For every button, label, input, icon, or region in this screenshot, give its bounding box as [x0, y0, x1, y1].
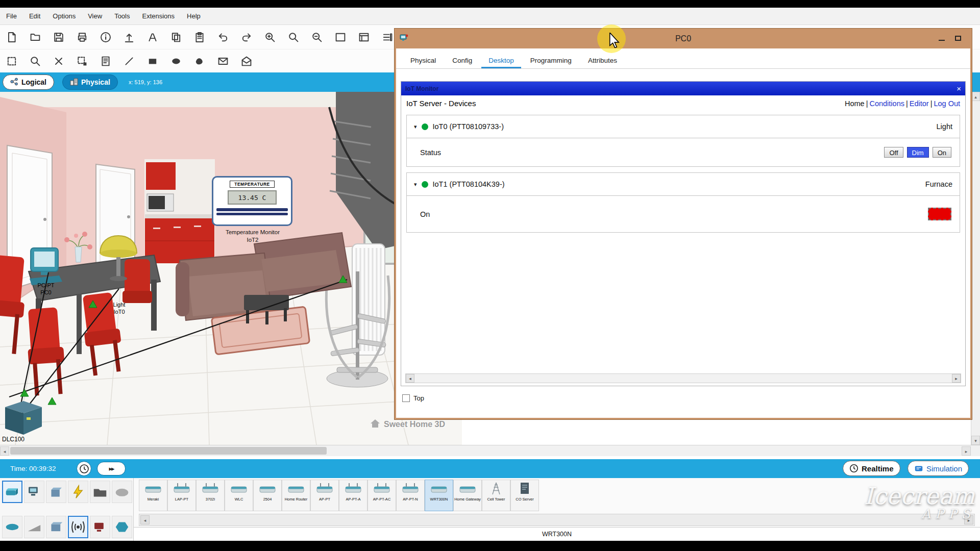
scroll-right-icon[interactable]: ▸ [964, 515, 973, 524]
inspect-tool-icon[interactable] [28, 53, 42, 70]
category-connections-icon[interactable] [68, 481, 88, 503]
scroll-left-icon[interactable]: ◂ [0, 446, 9, 456]
nav-home[interactable]: Home [845, 99, 865, 108]
device-co-server[interactable]: CO Server [510, 480, 539, 511]
device-home-gateway[interactable]: Home Gateway [453, 480, 482, 511]
menu-view[interactable]: View [82, 8, 108, 24]
category-hubs-icon[interactable] [2, 516, 22, 538]
scroll-left-icon[interactable]: ◂ [140, 515, 150, 524]
simulation-mode-button[interactable]: Simulation [908, 461, 969, 476]
scroll-up-icon[interactable]: ▴ [971, 92, 980, 101]
fast-forward-button[interactable]: ▸▸ [97, 462, 126, 475]
select-tool-icon[interactable] [4, 53, 19, 70]
delete-tool-icon[interactable] [51, 53, 66, 70]
top-checkbox[interactable] [402, 394, 410, 402]
tab-physical[interactable]: Physical [403, 52, 443, 68]
scrollbar-thumb[interactable] [10, 447, 327, 455]
menu-help[interactable]: Help [181, 8, 207, 24]
temperature-monitor-device[interactable]: TEMPERATURE 13.45 C [212, 176, 292, 226]
menu-tools[interactable]: Tools [108, 8, 136, 24]
category-network-devices-icon[interactable] [2, 481, 22, 503]
info-icon[interactable] [98, 29, 113, 46]
transfer-icon[interactable] [121, 29, 136, 46]
category-end-devices-icon[interactable] [24, 481, 44, 503]
collapse-arrow-icon[interactable]: ▾ [414, 181, 417, 188]
device-home-router[interactable]: Home Router [282, 480, 310, 511]
undo-icon[interactable] [215, 29, 230, 46]
scroll-down-icon[interactable]: ▾ [971, 436, 980, 445]
realtime-mode-button[interactable]: Realtime [843, 461, 900, 476]
category-components-icon[interactable] [46, 481, 66, 503]
category-wan-emulation-icon[interactable] [112, 516, 132, 538]
device-2504[interactable]: 2504 [253, 480, 282, 511]
copy-icon[interactable] [168, 29, 183, 46]
category-wireless-devices-icon[interactable] [68, 516, 88, 538]
extra-menu-icon[interactable] [380, 29, 395, 46]
scroll-right-icon[interactable]: ▸ [952, 374, 961, 383]
device-ap-pt[interactable]: AP-PT [310, 480, 339, 511]
open-file-icon[interactable] [28, 29, 42, 46]
freeform-tool-icon[interactable] [192, 53, 207, 70]
collapse-arrow-icon[interactable]: ▾ [414, 123, 417, 130]
rect-tool-icon[interactable] [145, 53, 160, 70]
nav-log-out[interactable]: Log Out [934, 99, 960, 108]
physical-view-button[interactable]: Physical [62, 74, 118, 90]
print-icon[interactable] [75, 29, 89, 46]
resize-tool-icon[interactable] [75, 53, 89, 70]
on-button[interactable]: On [933, 147, 951, 158]
dim-button[interactable]: Dim [907, 147, 929, 158]
add-simple-pdu-icon[interactable] [215, 53, 230, 70]
save-icon[interactable] [51, 29, 66, 46]
menu-extensions[interactable]: Extensions [136, 8, 181, 24]
nav-conditions[interactable]: Conditions [869, 99, 904, 108]
ellipse-tool-icon[interactable] [168, 53, 183, 70]
menu-options[interactable]: Options [46, 8, 82, 24]
off-button[interactable]: Off [884, 147, 903, 158]
menu-edit[interactable]: Edit [23, 8, 46, 24]
paste-icon[interactable] [192, 29, 207, 46]
pc0-window[interactable]: PC0 PhysicalConfigDesktopProgrammingAttr… [394, 28, 972, 420]
logical-view-button[interactable]: Logical [3, 74, 54, 90]
device-meraki[interactable]: Meraki [139, 480, 167, 511]
pc0-titlebar[interactable]: PC0 [396, 29, 970, 48]
category-routers-icon[interactable] [24, 516, 44, 538]
category-multiuser-icon[interactable] [112, 481, 132, 503]
font-tool-icon[interactable] [145, 29, 160, 46]
device-lap-pt[interactable]: LAP-PT [167, 480, 196, 511]
device-panel-header[interactable]: ▾ IoT0 (PTT08109733-) Light [407, 115, 960, 138]
category-switches-sub-icon[interactable] [46, 516, 66, 538]
category-security-icon[interactable] [90, 516, 110, 538]
redo-icon[interactable] [239, 29, 254, 46]
device-wrt300n[interactable]: WRT300N [425, 480, 453, 511]
new-file-icon[interactable] [4, 29, 19, 46]
menu-file[interactable]: File [0, 8, 23, 24]
reset-clock-button[interactable] [77, 461, 91, 476]
browser-horizontal-scrollbar[interactable]: ◂ ▸ [405, 373, 961, 383]
line-tool-icon[interactable] [121, 53, 136, 70]
tab-config[interactable]: Config [445, 52, 479, 68]
zoom-reset-icon[interactable] [286, 29, 301, 46]
furnace-state-swatch[interactable] [928, 208, 951, 220]
device-cell-tower[interactable]: Cell Tower [482, 480, 510, 511]
device-panel-header[interactable]: ▾ IoT1 (PTT08104K39-) Furnace [407, 173, 960, 195]
zoom-in-icon[interactable] [262, 29, 277, 46]
add-complex-pdu-icon[interactable] [239, 53, 254, 70]
minimize-button[interactable] [936, 33, 948, 43]
tab-programming[interactable]: Programming [523, 52, 579, 68]
nav-editor[interactable]: Editor [910, 99, 929, 108]
close-icon[interactable]: × [957, 85, 961, 92]
palette-dialog-icon[interactable] [333, 29, 348, 46]
custom-devices-icon[interactable] [356, 29, 371, 46]
maximize-button[interactable] [952, 33, 964, 43]
canvas-horizontal-scrollbar[interactable]: ◂ ▸ [0, 445, 980, 456]
tab-attributes[interactable]: Attributes [581, 52, 624, 68]
scroll-left-icon[interactable]: ◂ [406, 374, 414, 383]
note-tool-icon[interactable] [98, 53, 113, 70]
device-3702i[interactable]: 3702i [196, 480, 225, 511]
category-miscellaneous-icon[interactable] [90, 481, 110, 503]
device-ap-pt-ac[interactable]: AP-PT-AC [368, 480, 396, 511]
tab-desktop[interactable]: Desktop [481, 52, 521, 68]
device-ap-pt-n[interactable]: AP-PT-N [396, 480, 425, 511]
browser-titlebar[interactable]: IoT Monitor × [401, 82, 965, 95]
device-wlc[interactable]: WLC [225, 480, 253, 511]
